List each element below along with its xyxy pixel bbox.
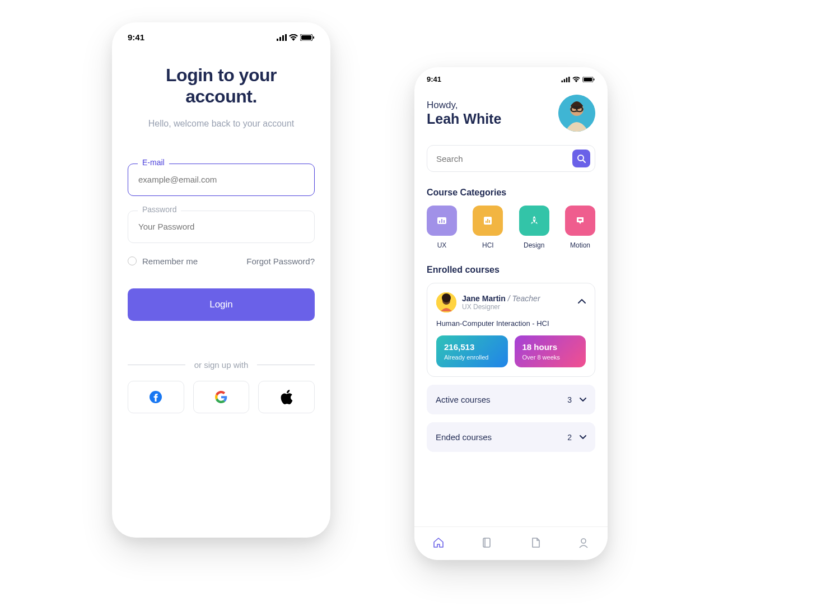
- svg-rect-1: [279, 37, 281, 41]
- svg-rect-27: [486, 221, 487, 223]
- chevron-down-icon: [580, 435, 586, 439]
- stat-enrolled: 216,513 Already enrolled: [436, 335, 508, 367]
- svg-point-35: [442, 293, 451, 302]
- cat-label: Motion: [570, 241, 590, 249]
- stat-label: Already enrolled: [444, 354, 500, 361]
- stat-value: 216,513: [444, 342, 500, 352]
- svg-point-38: [581, 539, 586, 543]
- book-icon: [480, 536, 493, 549]
- search-input[interactable]: [436, 154, 572, 164]
- ended-courses-card[interactable]: Ended courses 2: [427, 422, 595, 452]
- nav-courses[interactable]: [480, 536, 493, 551]
- facebook-button[interactable]: [128, 381, 184, 413]
- categories-title: Course Categories: [427, 188, 595, 198]
- email-field[interactable]: [128, 164, 315, 196]
- stat-label: Over 8 weeks: [522, 354, 578, 361]
- svg-rect-25: [444, 220, 445, 223]
- remember-label: Remember me: [142, 256, 198, 266]
- nav-home[interactable]: [432, 536, 445, 551]
- battery-icon: [300, 34, 315, 41]
- svg-line-21: [583, 160, 585, 162]
- user-icon: [577, 536, 590, 549]
- login-button[interactable]: Login: [128, 288, 315, 321]
- course-title: Human-Computer Interaction - HCI: [436, 319, 586, 328]
- signal-icon: [561, 77, 570, 82]
- svg-rect-28: [487, 219, 488, 223]
- google-button[interactable]: [193, 381, 250, 413]
- status-icons: [561, 77, 595, 82]
- svg-rect-3: [285, 34, 287, 41]
- flag-icon: [575, 215, 586, 226]
- status-bar: 9:41: [414, 67, 608, 88]
- wifi-icon: [572, 77, 580, 82]
- chevron-up-icon: [578, 299, 586, 304]
- login-subtitle: Hello, welcome back to your account: [128, 119, 315, 129]
- google-icon: [215, 391, 227, 403]
- category-hci[interactable]: HCI: [473, 206, 503, 249]
- svg-rect-14: [594, 78, 595, 80]
- rocket-icon: [529, 215, 540, 226]
- remember-me[interactable]: Remember me: [128, 256, 198, 266]
- cat-label: HCI: [482, 241, 494, 249]
- status-bar: 9:41: [112, 22, 330, 48]
- svg-rect-23: [439, 221, 440, 223]
- divider: or sign up with: [128, 360, 315, 370]
- nav-notes[interactable]: [529, 536, 542, 551]
- status-time: 9:41: [128, 32, 144, 42]
- avatar[interactable]: [558, 95, 595, 132]
- svg-rect-9: [564, 79, 566, 82]
- greeting: Howdy, Leah White: [427, 100, 501, 127]
- svg-rect-32: [578, 219, 582, 221]
- category-motion[interactable]: Motion: [565, 206, 595, 249]
- active-courses-card[interactable]: Active courses 3: [427, 385, 595, 414]
- svg-rect-0: [277, 39, 278, 41]
- svg-rect-8: [562, 80, 563, 82]
- apple-button[interactable]: [258, 381, 315, 413]
- facebook-icon: [149, 390, 162, 404]
- teacher-avatar[interactable]: [436, 292, 456, 312]
- search-icon: [577, 154, 586, 163]
- svg-rect-29: [489, 220, 490, 223]
- search-button[interactable]: [572, 150, 590, 167]
- svg-rect-10: [566, 77, 568, 82]
- nav-profile[interactable]: [577, 536, 590, 551]
- category-design[interactable]: Design: [519, 206, 549, 249]
- stat-value: 18 hours: [522, 342, 578, 352]
- svg-rect-2: [282, 35, 284, 41]
- wifi-icon: [289, 34, 298, 41]
- apple-icon: [281, 390, 293, 404]
- enrolled-card: Jane Martin / Teacher UX Designer Human-…: [427, 283, 595, 377]
- battery-icon: [582, 77, 595, 82]
- ended-count: 2: [567, 433, 572, 442]
- search-bar: [427, 145, 595, 172]
- document-icon: [529, 536, 542, 549]
- user-name: Leah White: [427, 111, 501, 127]
- cat-label: UX: [437, 241, 447, 249]
- svg-point-30: [533, 218, 535, 220]
- bottom-nav: [414, 526, 608, 560]
- signal-icon: [277, 34, 287, 41]
- login-screen: 9:41 Login to your account. Hello, welco…: [112, 22, 330, 538]
- svg-rect-6: [313, 36, 314, 39]
- greeting-prefix: Howdy,: [427, 100, 501, 111]
- forgot-password-link[interactable]: Forgot Password?: [246, 256, 315, 266]
- svg-rect-11: [568, 77, 570, 82]
- status-icons: [277, 34, 315, 41]
- stat-duration: 18 hours Over 8 weeks: [515, 335, 586, 367]
- bars-icon: [482, 215, 493, 226]
- enrolled-title: Enrolled courses: [427, 265, 595, 275]
- collapse-toggle[interactable]: [578, 296, 586, 306]
- remember-radio-icon: [128, 256, 137, 265]
- category-ux[interactable]: UX: [427, 206, 457, 249]
- chevron-down-icon: [580, 398, 586, 402]
- svg-rect-36: [483, 538, 490, 547]
- password-field[interactable]: [128, 211, 315, 243]
- active-title: Active courses: [436, 395, 491, 404]
- ended-title: Ended courses: [436, 432, 492, 442]
- login-title: Login to your account.: [128, 64, 315, 108]
- password-label: Password: [138, 205, 181, 214]
- svg-rect-13: [584, 77, 592, 81]
- email-label: E-mail: [138, 158, 169, 167]
- svg-rect-5: [301, 35, 311, 40]
- home-icon: [432, 536, 445, 549]
